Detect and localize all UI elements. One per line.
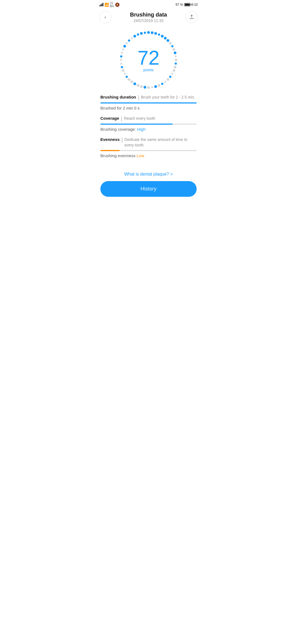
score-value: 72	[138, 48, 160, 68]
ring-dot	[120, 63, 122, 65]
metric-duration-header: Brushing duration Brush your teeth for 2…	[100, 95, 197, 100]
coverage-highlight: High	[137, 127, 145, 132]
ring-dot	[175, 59, 177, 61]
ring-dot	[147, 86, 150, 89]
ring-dot	[172, 48, 175, 51]
metrics-section: Brushing duration Brush your teeth for 2…	[95, 95, 202, 158]
ring-dot	[126, 76, 128, 78]
metric-duration-value: Brushed for 2 min 0 s	[100, 106, 197, 110]
metric-duration: Brushing duration Brush your teeth for 2…	[100, 95, 197, 110]
evenness-highlight: Low	[137, 153, 144, 158]
page-subtitle: 24/07/2019 11:33	[130, 18, 167, 23]
ring-dot	[158, 84, 160, 87]
status-right: 97 % 9:10	[175, 3, 198, 7]
ring-dot	[161, 83, 163, 85]
metric-duration-desc: Brush your teeth for 2 - 2.5 min.	[141, 95, 195, 100]
ring-dot	[169, 76, 171, 78]
metric-duration-title: Brushing duration	[100, 95, 136, 99]
page-header: ‹ Brushing data 24/07/2019 11:33	[95, 9, 202, 24]
metric-coverage-title: Coverage	[100, 116, 119, 121]
metric-coverage-bar-fill	[100, 124, 173, 125]
ring-dot	[164, 81, 166, 83]
ring-dot	[175, 55, 177, 57]
ring-dot	[172, 69, 175, 72]
ring-dot	[128, 78, 130, 81]
metric-coverage-value: Brushing coverage: High	[100, 127, 197, 132]
metric-coverage-header: Coverage Reach every tooth	[100, 116, 197, 121]
ring-dot	[164, 37, 167, 40]
ring-dot	[167, 78, 169, 81]
status-bar: 📶 21B/s 🔕 97 % 9:10	[95, 0, 202, 9]
history-button[interactable]: History	[100, 181, 197, 197]
ring-dot	[174, 51, 177, 54]
ring-dot	[140, 32, 143, 35]
ring-dot	[120, 55, 122, 58]
ring-dot	[122, 48, 124, 50]
ring-dot	[126, 42, 128, 44]
metric-coverage: Coverage Reach every tooth Brushing cove…	[100, 116, 197, 132]
metric-evenness-value: Brushing evenness Low	[100, 153, 197, 158]
share-button[interactable]	[186, 11, 198, 23]
ring-dot	[120, 59, 122, 61]
metric-divider-3	[122, 138, 122, 143]
score-section: 72 points	[95, 30, 202, 90]
metric-evenness-desc: Dedicate the same amount of time to ever…	[125, 137, 197, 148]
status-left: 📶 21B/s 🔕	[99, 2, 120, 8]
metric-evenness-bar-fill	[100, 150, 120, 151]
score-center: 72 points	[138, 48, 160, 72]
score-ring: 72 points	[118, 30, 179, 90]
metric-duration-bar-fill	[100, 102, 197, 103]
metric-evenness-title: Evenness	[100, 137, 120, 142]
ring-dot	[174, 66, 177, 69]
ring-dot	[144, 32, 146, 34]
metric-coverage-desc: Reach every tooth	[124, 116, 155, 121]
metric-coverage-bar-bg	[100, 124, 197, 125]
metric-divider-2	[121, 116, 122, 121]
ring-dot	[151, 86, 153, 88]
ring-dot	[133, 83, 136, 85]
metric-evenness-header: Evenness Dedicate the same amount of tim…	[100, 137, 197, 148]
metric-duration-bar-bg	[100, 102, 197, 103]
ring-dot	[144, 86, 146, 89]
ring-dot	[158, 34, 160, 36]
ring-dot	[154, 32, 157, 35]
metric-evenness-bar-bg	[100, 150, 197, 151]
wifi-icon: 📶	[105, 3, 109, 7]
ring-dot	[167, 39, 169, 42]
ring-dot	[147, 31, 150, 34]
ring-dot	[169, 42, 172, 45]
history-btn-container: History	[95, 181, 202, 205]
plaque-link[interactable]: What is dental plaque? >	[95, 163, 202, 181]
ring-dot	[131, 37, 133, 39]
ring-dot	[140, 85, 143, 88]
ring-dot	[123, 45, 126, 48]
metric-divider	[138, 95, 139, 100]
ring-dot	[128, 39, 130, 42]
ring-dot	[137, 34, 139, 36]
back-button[interactable]: ‹	[99, 11, 111, 23]
ring-dot	[133, 35, 136, 37]
data-speed: 21B/s	[110, 2, 114, 8]
ring-dot	[154, 85, 157, 88]
ring-dot	[175, 62, 177, 65]
time: 9:10	[191, 3, 198, 7]
ring-dot	[124, 73, 126, 75]
ring-dot	[171, 45, 174, 47]
ring-dot	[161, 35, 164, 37]
metric-evenness: Evenness Dedicate the same amount of tim…	[100, 137, 197, 158]
ring-dot	[151, 31, 153, 34]
notification-muted-icon: 🔕	[115, 2, 120, 7]
ring-dot	[122, 69, 125, 72]
ring-dot	[137, 84, 139, 87]
page-title: Brushing data	[130, 12, 167, 18]
ring-dot	[121, 66, 123, 68]
header-center: Brushing data 24/07/2019 11:33	[130, 12, 167, 23]
ring-dot	[121, 52, 123, 54]
signal-icon	[99, 3, 103, 6]
battery-icon	[184, 3, 190, 6]
ring-dot	[171, 73, 173, 75]
ring-dot	[130, 80, 133, 83]
battery-percent: 97 %	[175, 3, 183, 7]
